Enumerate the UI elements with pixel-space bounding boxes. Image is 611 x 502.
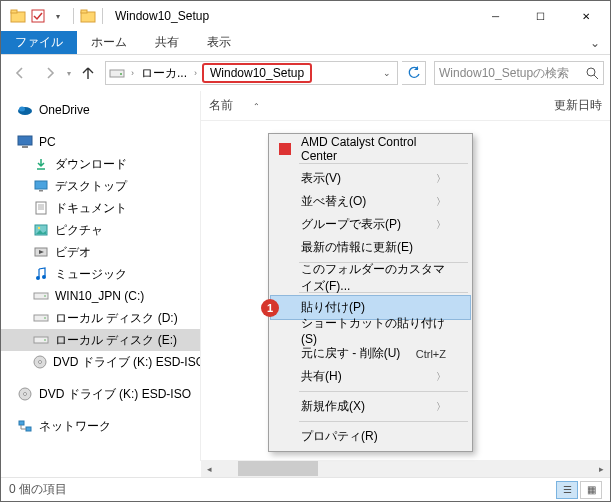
tree-drive-d[interactable]: ローカル ディスク (D:) <box>1 307 200 329</box>
tree-drive-c[interactable]: WIN10_JPN (C:) <box>1 285 200 307</box>
svg-point-21 <box>38 227 40 229</box>
item-count: 0 個の項目 <box>9 481 67 498</box>
svg-rect-25 <box>34 293 48 299</box>
tree-onedrive[interactable]: OneDrive <box>1 99 200 121</box>
maximize-button[interactable]: ☐ <box>518 2 563 31</box>
documents-icon <box>33 200 49 216</box>
col-modified[interactable]: 更新日時 <box>554 97 602 114</box>
title-bar: ▾ Window10_Setup ─ ☐ ✕ <box>1 1 610 31</box>
svg-point-30 <box>44 339 46 341</box>
network-icon <box>17 418 33 434</box>
svg-rect-37 <box>279 143 291 155</box>
menu-separator <box>299 163 468 164</box>
scroll-right-icon[interactable]: ▸ <box>593 464 610 474</box>
ribbon-tabs: ファイル ホーム 共有 表示 ⌄ <box>1 31 610 55</box>
menu-new[interactable]: 新規作成(X)〉 <box>271 395 470 418</box>
menu-refresh[interactable]: 最新の情報に更新(E) <box>271 236 470 259</box>
chevron-right-icon: 〉 <box>436 218 446 232</box>
tree-music[interactable]: ミュージック <box>1 263 200 285</box>
menu-undo[interactable]: 元に戻す - 削除(U)Ctrl+Z <box>271 342 470 365</box>
chevron-right-icon: 〉 <box>436 172 446 186</box>
search-icon[interactable] <box>586 67 599 80</box>
menu-paste-shortcut[interactable]: ショートカットの貼り付け(S) <box>271 319 470 342</box>
scroll-thumb[interactable] <box>238 461 318 476</box>
menu-group[interactable]: グループで表示(P)〉 <box>271 213 470 236</box>
minimize-button[interactable]: ─ <box>473 2 518 31</box>
tree-network[interactable]: ネットワーク <box>1 415 200 437</box>
horizontal-scrollbar[interactable]: ◂ ▸ <box>201 460 610 477</box>
menu-sort[interactable]: 並べ替え(O)〉 <box>271 190 470 213</box>
context-menu: AMD Catalyst Control Center 表示(V)〉 並べ替え(… <box>268 133 473 452</box>
tree-drive-k[interactable]: DVD ドライブ (K:) ESD-ISO <box>1 351 200 373</box>
chevron-right-icon: 〉 <box>436 400 446 414</box>
music-icon <box>33 266 49 282</box>
menu-separator <box>299 391 468 392</box>
tab-home[interactable]: ホーム <box>77 31 141 54</box>
pictures-icon <box>33 222 49 238</box>
breadcrumb-current[interactable]: Window10_Setup <box>202 63 312 83</box>
qat-dropdown-icon[interactable]: ▾ <box>49 7 67 25</box>
menu-share[interactable]: 共有(H)〉 <box>271 365 470 388</box>
svg-rect-14 <box>35 181 47 189</box>
tree-pc[interactable]: PC <box>1 131 200 153</box>
videos-icon <box>33 244 49 260</box>
svg-point-34 <box>24 393 27 396</box>
menu-view[interactable]: 表示(V)〉 <box>271 167 470 190</box>
svg-rect-5 <box>110 70 124 77</box>
history-dropdown-icon[interactable]: ▾ <box>67 69 71 78</box>
svg-rect-1 <box>11 10 17 13</box>
svg-rect-29 <box>34 337 48 343</box>
tree-drive-e[interactable]: ローカル ディスク (E:) <box>1 329 200 351</box>
refresh-button[interactable] <box>402 61 426 85</box>
chevron-right-icon[interactable]: › <box>191 68 200 78</box>
svg-rect-27 <box>34 315 48 321</box>
window-title: Window10_Setup <box>115 9 209 23</box>
address-bar[interactable]: › ローカ... › Window10_Setup ⌄ <box>105 61 398 85</box>
view-icons-button[interactable]: ▦ <box>580 481 602 499</box>
svg-point-24 <box>42 275 46 279</box>
tree-drive-k2[interactable]: DVD ドライブ (K:) ESD-ISO <box>1 383 200 405</box>
tab-file[interactable]: ファイル <box>1 31 77 54</box>
svg-rect-2 <box>32 10 44 22</box>
tree-videos[interactable]: ビデオ <box>1 241 200 263</box>
svg-rect-16 <box>36 202 46 214</box>
scroll-left-icon[interactable]: ◂ <box>201 464 218 474</box>
up-button[interactable] <box>75 60 101 86</box>
svg-line-8 <box>594 75 598 79</box>
dvd-icon <box>33 354 47 370</box>
chevron-right-icon[interactable]: › <box>128 68 137 78</box>
tree-documents[interactable]: ドキュメント <box>1 197 200 219</box>
col-name[interactable]: 名前⌃ <box>209 97 554 114</box>
nav-tree: OneDrive PC ダウンロード デスクトップ ドキュメント ピクチャ ビデ… <box>1 91 201 461</box>
drive-icon <box>33 332 49 348</box>
svg-point-7 <box>587 68 595 76</box>
menu-properties[interactable]: プロパティ(R) <box>271 425 470 448</box>
search-input[interactable]: Window10_Setupの検索 <box>434 61 604 85</box>
menu-customize[interactable]: このフォルダーのカスタマイズ(F)... <box>271 266 470 289</box>
svg-rect-4 <box>81 10 87 13</box>
amd-icon <box>277 141 293 157</box>
tab-view[interactable]: 表示 <box>193 31 245 54</box>
breadcrumb-seg1[interactable]: ローカ... <box>137 65 191 82</box>
svg-point-26 <box>44 295 46 297</box>
nav-bar: ▾ › ローカ... › Window10_Setup ⌄ Window10_S… <box>1 55 610 91</box>
tab-share[interactable]: 共有 <box>141 31 193 54</box>
desktop-icon <box>33 178 49 194</box>
svg-rect-36 <box>26 427 31 431</box>
svg-rect-15 <box>39 190 43 192</box>
back-button[interactable] <box>7 60 33 86</box>
view-details-button[interactable]: ☰ <box>556 481 578 499</box>
svg-point-6 <box>120 73 122 75</box>
ribbon-expand-icon[interactable]: ⌄ <box>580 31 610 54</box>
column-headers: 名前⌃ 更新日時 <box>201 91 610 121</box>
close-button[interactable]: ✕ <box>563 2 608 31</box>
menu-amd[interactable]: AMD Catalyst Control Center <box>271 137 470 160</box>
tree-downloads[interactable]: ダウンロード <box>1 153 200 175</box>
properties-icon[interactable] <box>29 7 47 25</box>
tree-pictures[interactable]: ピクチャ <box>1 219 200 241</box>
forward-button[interactable] <box>37 60 63 86</box>
svg-rect-35 <box>19 421 24 425</box>
svg-rect-11 <box>18 136 32 145</box>
tree-desktop[interactable]: デスクトップ <box>1 175 200 197</box>
address-dropdown-icon[interactable]: ⌄ <box>379 68 395 78</box>
